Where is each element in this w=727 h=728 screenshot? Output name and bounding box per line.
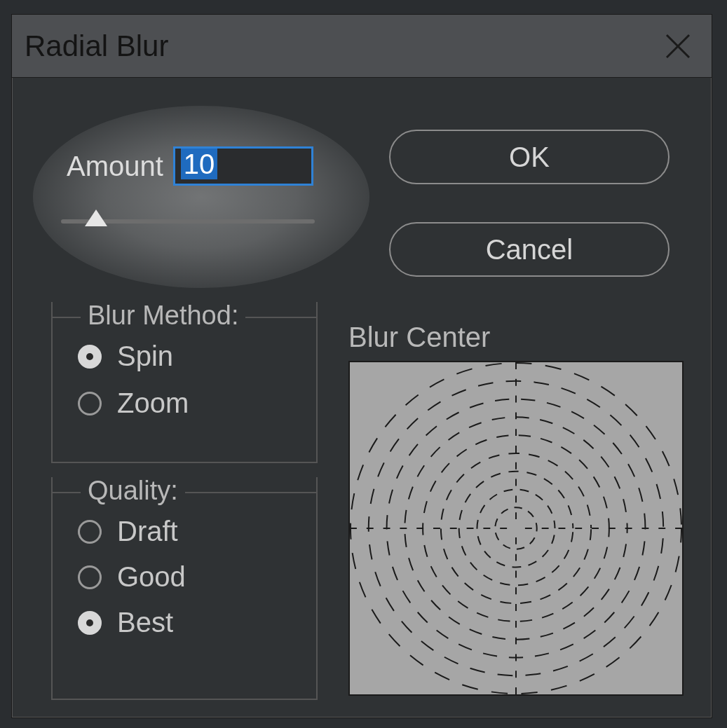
radio-label: Zoom (117, 387, 189, 419)
blur-center-label: Blur Center (348, 322, 490, 353)
amount-label: Amount (67, 151, 163, 182)
radio-label: Draft (117, 516, 178, 547)
radio-spin[interactable]: Spin (78, 341, 291, 372)
svg-point-8 (387, 399, 646, 658)
blur-center-preview[interactable] (348, 361, 684, 696)
radio-best[interactable]: Best (78, 607, 291, 638)
radio-zoom[interactable]: Zoom (78, 387, 291, 419)
amount-row: Amount 10 (67, 146, 313, 186)
cancel-button[interactable]: Cancel (389, 222, 670, 277)
ok-button[interactable]: OK (389, 130, 670, 184)
radio-icon (78, 611, 102, 635)
dialog-titlebar: Radial Blur (12, 15, 712, 78)
slider-thumb[interactable] (85, 210, 107, 226)
radio-draft[interactable]: Draft (78, 516, 291, 547)
radial-blur-dialog: Radial Blur Amount 10 OK Cancel Blur Met… (11, 14, 712, 718)
svg-point-4 (459, 472, 573, 586)
annotation-highlight (33, 106, 369, 288)
svg-point-5 (441, 453, 591, 603)
radio-icon (78, 520, 102, 544)
dialog-body: Amount 10 OK Cancel Blur Method: Spin Zo… (12, 78, 712, 717)
radio-icon (78, 345, 102, 369)
radio-icon (78, 392, 102, 415)
radio-label: Best (117, 607, 173, 638)
svg-point-9 (369, 381, 663, 675)
quality-legend: Quality: (81, 476, 185, 506)
radio-label: Good (117, 561, 186, 593)
radio-icon (78, 565, 102, 589)
radio-label: Spin (117, 341, 173, 372)
blur-method-legend: Blur Method: (81, 301, 245, 331)
amount-input[interactable]: 10 (173, 146, 313, 186)
blur-method-group: Blur Method: Spin Zoom (51, 302, 318, 463)
amount-slider[interactable] (61, 212, 315, 233)
dialog-title: Radial Blur (25, 29, 168, 63)
close-icon[interactable] (664, 32, 692, 60)
radio-good[interactable]: Good (78, 561, 291, 593)
quality-group: Quality: Draft Good Best (51, 477, 318, 700)
